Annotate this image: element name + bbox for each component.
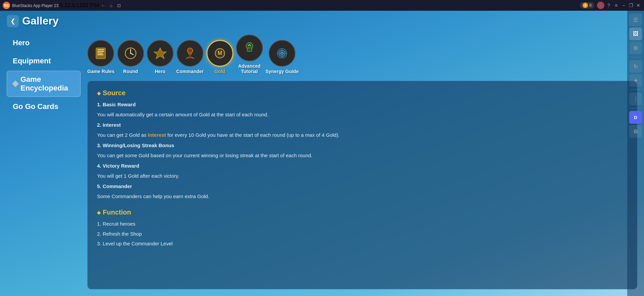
right-sidebar: ☰ 🖼 ⚙ ↻ ✈ ⋮ D ⚙ bbox=[627, 11, 644, 296]
nav-save-button[interactable]: ⊡ bbox=[116, 2, 123, 9]
interest-body: You can get 2 Gold as Interest for every… bbox=[97, 131, 628, 139]
interest-highlight: Interest bbox=[148, 132, 166, 138]
advanced-tutorial-label: AdvancedTutorial bbox=[238, 63, 261, 74]
round-label: Round bbox=[123, 69, 138, 74]
category-round[interactable]: Round bbox=[117, 40, 144, 74]
header: ❮ Gallery bbox=[0, 11, 644, 31]
svg-point-8 bbox=[130, 53, 131, 54]
rs-discord-button[interactable]: D bbox=[629, 111, 642, 124]
main-content: ❮ Gallery Hero Equipment GameEncyclopedi… bbox=[0, 11, 644, 296]
round-icon bbox=[117, 40, 144, 67]
streak-body: You can get some Gold based on your curr… bbox=[97, 151, 628, 160]
sidebar-item-equipment[interactable]: Equipment bbox=[7, 53, 81, 69]
hero-label: Hero bbox=[13, 39, 30, 47]
svg-text:M: M bbox=[218, 50, 222, 56]
help-button[interactable]: ? bbox=[606, 2, 612, 8]
title-bar: BS BlueStacks App Player 23 5.22.0.1102 … bbox=[0, 0, 644, 11]
category-row: Game Rules Round Hero bbox=[87, 31, 637, 77]
rs-divider bbox=[631, 57, 641, 57]
category-game-rules[interactable]: Game Rules bbox=[87, 40, 114, 74]
synergy-guide-label: Synergy Guide bbox=[266, 69, 299, 74]
category-commander[interactable]: Commander bbox=[176, 40, 204, 74]
svg-point-10 bbox=[187, 48, 193, 53]
commander-icon bbox=[177, 40, 203, 67]
rs-settings-button[interactable]: ⚙ bbox=[629, 42, 642, 54]
victory-body: You will get 1 Gold after each victory. bbox=[97, 172, 628, 180]
restore-button[interactable]: ❐ bbox=[628, 2, 634, 8]
svg-rect-1 bbox=[97, 49, 104, 50]
sidebar-item-game-encyclopedia[interactable]: GameEncyclopedia bbox=[7, 71, 81, 97]
rs-refresh-button[interactable]: ↻ bbox=[629, 60, 642, 73]
hero-cat-label: Hero bbox=[155, 69, 166, 74]
svg-rect-2 bbox=[97, 51, 104, 52]
commander-label: Commander bbox=[176, 69, 204, 74]
content-panel: Source 1. Basic Reward You will automati… bbox=[87, 81, 637, 289]
function-item-3: 3. Level up the Commander Level bbox=[97, 239, 628, 248]
basic-reward-body: You will automatically get a certain amo… bbox=[97, 110, 628, 119]
function-item-2: 2. Refresh the Shop bbox=[97, 230, 628, 238]
coin-icon: $ bbox=[583, 3, 588, 8]
rs-extra-button[interactable]: ⚙ bbox=[629, 125, 642, 138]
coin-display: $ 0 bbox=[580, 2, 594, 9]
victory-heading: 4. Victory Reward bbox=[97, 162, 628, 170]
app-name: BlueStacks App Player 23 5.22.0.1102 P64 bbox=[12, 2, 99, 8]
interest-heading: 2. Interest bbox=[97, 121, 628, 129]
rs-flight-button[interactable]: ✈ bbox=[629, 74, 642, 87]
equipment-label: Equipment bbox=[13, 57, 51, 65]
go-go-cards-label: Go Go Cards bbox=[13, 102, 58, 111]
svg-rect-3 bbox=[97, 53, 103, 54]
game-rules-label: Game Rules bbox=[87, 69, 114, 74]
profile-icon[interactable]: 👤 bbox=[597, 2, 604, 9]
rs-hamburger-button[interactable]: ☰ bbox=[629, 13, 642, 26]
game-rules-icon bbox=[87, 40, 114, 67]
sidebar: Hero Equipment GameEncyclopedia Go Go Ca… bbox=[7, 31, 81, 289]
sidebar-item-go-go-cards[interactable]: Go Go Cards bbox=[7, 98, 81, 115]
basic-reward-heading: 1. Basic Reward bbox=[97, 100, 628, 109]
rs-dots-button[interactable]: ⋮ bbox=[629, 93, 642, 105]
gold-icon: M bbox=[206, 40, 233, 67]
svg-rect-15 bbox=[247, 48, 252, 51]
commander-body: Some Commanders can help you earn extra … bbox=[97, 192, 628, 201]
advanced-tutorial-icon bbox=[236, 35, 263, 61]
nav-home-button[interactable]: ⌂ bbox=[107, 2, 115, 9]
function-section-title: Function bbox=[97, 209, 628, 216]
window-controls: ? ≡ − ❐ ✕ bbox=[606, 2, 641, 8]
category-hero[interactable]: Hero bbox=[147, 40, 174, 74]
function-item-1: 1. Recruit heroes bbox=[97, 220, 628, 228]
category-advanced-tutorial[interactable]: AdvancedTutorial bbox=[236, 35, 263, 74]
rs-divider2 bbox=[631, 90, 641, 90]
svg-rect-4 bbox=[97, 54, 103, 55]
gold-label: Gold bbox=[215, 69, 225, 74]
hero-icon bbox=[147, 40, 174, 67]
bluestacks-logo: BS bbox=[3, 2, 10, 9]
menu-button[interactable]: ≡ bbox=[613, 2, 619, 8]
active-indicator bbox=[12, 80, 19, 87]
minimize-button[interactable]: − bbox=[620, 2, 627, 8]
close-button[interactable]: ✕ bbox=[635, 2, 641, 8]
rs-screenshot-button[interactable]: 🖼 bbox=[629, 27, 642, 40]
right-panel: Game Rules Round Hero bbox=[87, 31, 637, 289]
game-encyclopedia-label: GameEncyclopedia bbox=[20, 75, 68, 93]
back-button[interactable]: ❮ bbox=[7, 15, 19, 27]
commander-heading: 5. Commander bbox=[97, 182, 628, 191]
sidebar-item-hero[interactable]: Hero bbox=[7, 35, 81, 51]
source-section-title: Source bbox=[97, 89, 628, 97]
nav-back-button[interactable]: ← bbox=[99, 2, 107, 9]
page-title: Gallery bbox=[22, 15, 59, 27]
rs-divider3 bbox=[631, 108, 641, 108]
streak-heading: 3. Winning/Losing Streak Bonus bbox=[97, 141, 628, 150]
synergy-guide-icon bbox=[269, 40, 295, 67]
svg-marker-9 bbox=[154, 48, 166, 59]
category-synergy-guide[interactable]: Synergy Guide bbox=[266, 40, 299, 74]
nav-controls: ← ⌂ ⊡ bbox=[99, 2, 123, 9]
category-gold[interactable]: M Gold bbox=[206, 40, 233, 74]
section-gap bbox=[97, 202, 628, 209]
body-layout: Hero Equipment GameEncyclopedia Go Go Ca… bbox=[0, 31, 644, 296]
